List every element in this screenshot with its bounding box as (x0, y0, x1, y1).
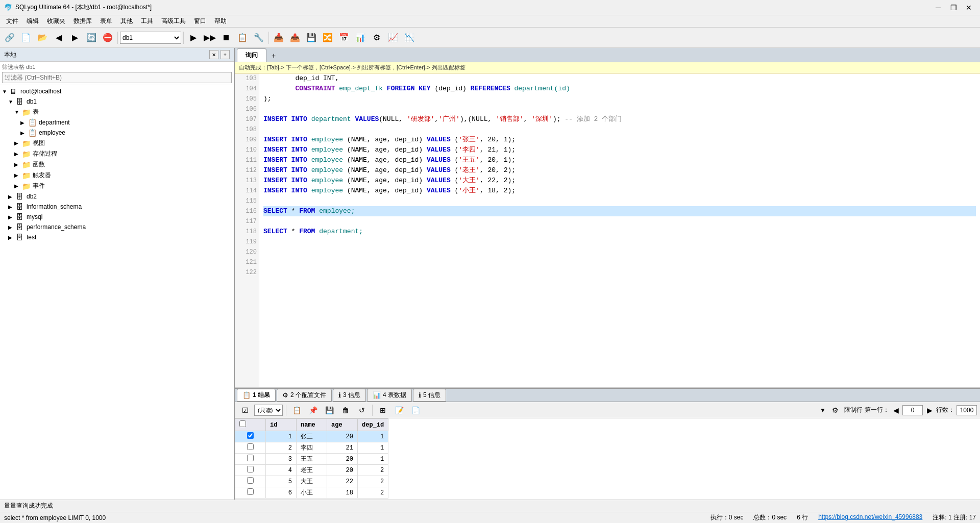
cell-name[interactable]: 大王 (297, 476, 327, 487)
tb-execute-all-btn[interactable]: ▶▶ (202, 30, 217, 45)
cell-age[interactable]: 20 (327, 465, 358, 476)
code-line-104[interactable]: CONSTRAINT emp_dept_fk FOREIGN KEY (dep_… (263, 84, 976, 94)
table-row[interactable]: 3王五201 (235, 454, 388, 465)
select-all-checkbox[interactable] (239, 420, 246, 427)
tb-explain-btn[interactable]: 📋 (235, 30, 250, 45)
row-checkbox[interactable] (247, 466, 254, 472)
code-line-121[interactable] (263, 257, 976, 267)
first-row-prev-btn[interactable]: ◀ (891, 406, 900, 415)
panel-add-btn[interactable]: + (220, 50, 230, 59)
table-row[interactable]: 1张三201 (235, 431, 388, 442)
tab-query[interactable]: 询问 (237, 48, 266, 62)
cell-age[interactable]: 18 (327, 487, 358, 499)
result-tab-tab-result[interactable]: 📋1 结果 (237, 389, 276, 402)
cell-name[interactable]: 李四 (297, 442, 327, 454)
tb-prev-btn[interactable]: ◀ (51, 30, 66, 45)
code-line-107[interactable]: INSERT INTO department VALUES(NULL, '研发部… (263, 114, 976, 124)
col-header-name[interactable]: name (297, 419, 327, 431)
tb-import-btn[interactable]: 📥 (271, 30, 286, 45)
result-form-btn[interactable]: 📝 (392, 404, 406, 416)
tree-item-db2[interactable]: ▶🗄db2 (0, 191, 234, 202)
table-row[interactable]: 5大王222 (235, 476, 388, 487)
first-row-input[interactable] (902, 405, 923, 415)
menu-window[interactable]: 窗口 (190, 16, 210, 27)
tree-item-函数[interactable]: ▶📁函数 (0, 159, 234, 170)
menu-advanced[interactable]: 高级工具 (157, 16, 190, 27)
code-line-122[interactable] (263, 267, 976, 278)
cell-dep_id[interactable]: 1 (358, 442, 388, 454)
tb-next-btn[interactable]: ▶ (67, 30, 83, 45)
panel-close-btn[interactable]: ✕ (209, 50, 218, 59)
row-checkbox-cell[interactable] (235, 465, 266, 476)
cell-dep_id[interactable]: 2 (358, 476, 388, 487)
first-row-next-btn[interactable]: ▶ (925, 406, 934, 415)
row-checkbox[interactable] (247, 455, 254, 461)
result-tab-tab-table[interactable]: 📊4 表数据 (367, 389, 412, 402)
row-checkbox[interactable] (247, 443, 254, 450)
menu-file[interactable]: 文件 (2, 16, 22, 27)
code-content[interactable]: dep_id INT, CONSTRAINT emp_dept_fk FOREI… (259, 73, 980, 387)
tree-item-information_schema[interactable]: ▶🗄information_schema (0, 202, 234, 212)
code-line-119[interactable] (263, 237, 976, 247)
tb-settings-btn[interactable]: ⚙ (369, 30, 384, 45)
tb-schedule-btn[interactable]: 📅 (336, 30, 352, 45)
col-header-age[interactable]: age (327, 419, 358, 431)
code-line-120[interactable] (263, 247, 976, 257)
code-line-116[interactable]: SELECT * FROM employee; (263, 206, 976, 216)
result-mode-select[interactable]: (只读) (254, 405, 283, 416)
code-line-117[interactable] (263, 216, 976, 227)
cell-age[interactable]: 20 (327, 431, 358, 442)
link[interactable]: https://blog.csdn.net/weixin_45996883 (818, 513, 922, 522)
row-checkbox[interactable] (247, 432, 254, 439)
tb-format-btn[interactable]: 🔧 (251, 30, 266, 45)
result-save-btn[interactable]: 💾 (322, 404, 336, 416)
code-line-115[interactable] (263, 196, 976, 206)
code-line-111[interactable]: INSERT INTO employee (NAME, age, dep_id)… (263, 155, 976, 165)
col-header-dep_id[interactable]: dep_id (358, 419, 388, 431)
menu-edit[interactable]: 编辑 (22, 16, 43, 27)
cell-id[interactable]: 3 (266, 454, 297, 465)
cell-age[interactable]: 22 (327, 476, 358, 487)
row-checkbox-cell[interactable] (235, 487, 266, 499)
tb-extra2-btn[interactable]: 📉 (402, 30, 417, 45)
tree-item-mysql[interactable]: ▶🗄mysql (0, 212, 234, 222)
cell-name[interactable]: 小王 (297, 487, 327, 499)
filter-input[interactable] (2, 72, 232, 83)
tb-stop-query-btn[interactable]: ⏹ (218, 30, 234, 45)
table-row[interactable]: 2李四211 (235, 442, 388, 454)
tb-open-btn[interactable]: 📂 (35, 30, 50, 45)
menu-database[interactable]: 数据库 (69, 16, 96, 27)
tree-item-root@localhost[interactable]: ▼🖥root@localhost (0, 86, 234, 96)
cell-age[interactable]: 21 (327, 442, 358, 454)
cell-age[interactable]: 20 (327, 454, 358, 465)
row-checkbox-cell[interactable] (235, 442, 266, 454)
code-line-118[interactable]: SELECT * FROM department; (263, 227, 976, 237)
tree-item-存储过程[interactable]: ▶📁存储过程 (0, 148, 234, 159)
col-header-id[interactable]: id (266, 419, 297, 431)
row-checkbox-cell[interactable] (235, 454, 266, 465)
tb-extra1-btn[interactable]: 📈 (385, 30, 401, 45)
menu-help[interactable]: 帮助 (210, 16, 231, 27)
cell-name[interactable]: 张三 (297, 431, 327, 442)
cell-dep_id[interactable]: 2 (358, 487, 388, 499)
result-reload-btn[interactable]: ↺ (355, 404, 369, 416)
result-delete-btn[interactable]: 🗑 (338, 404, 353, 416)
restore-button[interactable]: ❐ (946, 2, 961, 13)
code-line-112[interactable]: INSERT INTO employee (NAME, age, dep_id)… (263, 165, 976, 176)
tb-export-btn[interactable]: 📤 (287, 30, 303, 45)
result-filter-btn[interactable]: ⚙ (828, 404, 842, 416)
cell-id[interactable]: 6 (266, 487, 297, 499)
close-button[interactable]: ✕ (962, 2, 976, 13)
code-line-109[interactable]: INSERT INTO employee (NAME, age, dep_id)… (263, 135, 976, 145)
result-tab-tab-info[interactable]: ℹ3 信息 (333, 389, 366, 402)
row-checkbox[interactable] (247, 477, 254, 484)
result-tab-tab-config[interactable]: ⚙2 个配置文件 (277, 389, 332, 402)
menu-favorites[interactable]: 收藏夹 (43, 16, 69, 27)
tb-stop-btn[interactable]: ⛔ (100, 30, 115, 45)
tb-refresh-btn[interactable]: 🔄 (84, 30, 99, 45)
code-line-103[interactable]: dep_id INT, (263, 73, 976, 84)
code-line-113[interactable]: INSERT INTO employee (NAME, age, dep_id)… (263, 176, 976, 186)
code-line-106[interactable] (263, 104, 976, 114)
cell-name[interactable]: 老王 (297, 465, 327, 476)
code-line-108[interactable] (263, 124, 976, 135)
